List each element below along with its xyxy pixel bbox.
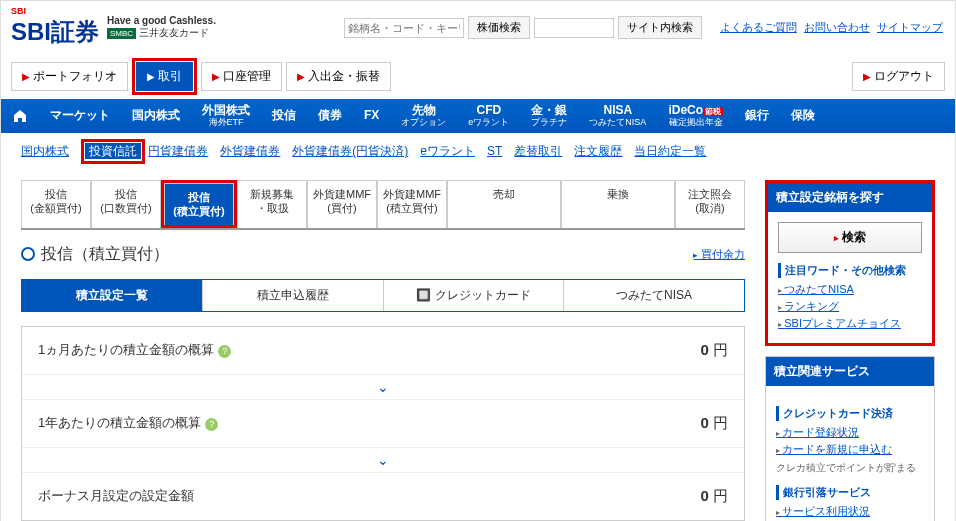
subnav-当日約定一覧[interactable]: 当日約定一覧 <box>634 144 706 158</box>
home-nav[interactable] <box>1 99 39 133</box>
side-link-premium[interactable]: SBIプレミアムチョイス <box>778 316 922 331</box>
product-tabs: 投信(金額買付)投信(口数買付)投信(積立買付)新規募集・取扱外貨建MMF(買付… <box>21 180 745 230</box>
site-search-button[interactable]: サイト内検索 <box>618 16 702 39</box>
portfolio-button[interactable]: ▶ポートフォリオ <box>11 62 128 91</box>
sub-nav: 国内株式投資信託 円貨建債券外貨建債券外貨建債券(円貨決済)eワラントST差替取… <box>1 133 955 170</box>
subnav-投資信託[interactable]: 投資信託 <box>85 143 141 159</box>
inner-tab-積立申込履歴[interactable]: 積立申込履歴 <box>203 280 384 311</box>
nav-保険[interactable]: 保険 <box>780 99 826 133</box>
top-links: よくあるご質問 お問い合わせ サイトマップ <box>718 20 945 35</box>
logout-button[interactable]: ▶ログアウト <box>852 62 945 91</box>
arrow-icon: ▶ <box>147 71 155 82</box>
inner-tab-クレジットカード[interactable]: 🔲 クレジットカード <box>384 280 565 311</box>
home-icon <box>12 108 28 124</box>
bonus-label: ボーナス月設定の設定金額 <box>38 487 700 505</box>
sitemap-link[interactable]: サイトマップ <box>877 21 943 33</box>
stock-search-button[interactable]: 株価検索 <box>468 16 530 39</box>
inner-tab-つみたてNISA[interactable]: つみたてNISA <box>564 280 744 311</box>
monthly-label: 1ヵ月あたりの積立金額の概算 <box>38 342 214 357</box>
side-link-nisa[interactable]: つみたてNISA <box>778 282 922 297</box>
summary-box: 1ヵ月あたりの積立金額の概算? 0 円 ⌄ 1年あたりの積立金額の概算? 0 円… <box>21 326 745 521</box>
arrow-icon: ▶ <box>22 71 30 82</box>
site-search-input[interactable] <box>534 18 614 38</box>
tab-乗換[interactable]: 乗換 <box>561 180 675 228</box>
inner-tabs: 積立設定一覧積立申込履歴🔲 クレジットカードつみたてNISA <box>21 279 745 312</box>
trade-button[interactable]: ▶取引 <box>136 62 193 91</box>
logo-small: SBI <box>11 7 99 16</box>
side-service-head: 積立関連サービス <box>766 357 934 386</box>
nav-FX[interactable]: FX <box>353 99 390 133</box>
nav-NISA[interactable]: NISAつみたてNISA <box>578 99 657 133</box>
subnav-外貨建債券[interactable]: 外貨建債券 <box>220 144 280 158</box>
tab-売却[interactable]: 売却 <box>447 180 561 228</box>
service-status-link[interactable]: サービス利用状況 <box>776 504 924 519</box>
help-icon[interactable]: ? <box>205 418 218 431</box>
side-search-button[interactable]: 検索 <box>778 222 922 253</box>
logo[interactable]: SBISBI証券 Have a good Cashless. SMBC 三井友友… <box>11 7 216 48</box>
main-nav: マーケット国内株式外国株式海外ETF投信債券FX先物オプションCFDeワラント金… <box>1 99 955 133</box>
yearly-label: 1年あたりの積立金額の概算 <box>38 415 201 430</box>
subnav-差替取引[interactable]: 差替取引 <box>514 144 562 158</box>
stock-search-input[interactable] <box>344 18 464 38</box>
card-status-link[interactable]: カード登録状況 <box>776 425 924 440</box>
contact-link[interactable]: お問い合わせ <box>804 21 870 33</box>
yearly-value: 0 <box>700 414 708 431</box>
nav-国内株式[interactable]: 国内株式 <box>121 99 191 133</box>
nav-マーケット[interactable]: マーケット <box>39 99 121 133</box>
tab-注文照会(取消)[interactable]: 注文照会(取消) <box>675 180 745 228</box>
inner-tab-積立設定一覧[interactable]: 積立設定一覧 <box>22 280 203 311</box>
chevron-down-icon[interactable]: ⌄ <box>377 379 389 395</box>
faq-link[interactable]: よくあるご質問 <box>720 21 797 33</box>
help-icon[interactable]: ? <box>218 345 231 358</box>
tab-新規募集・取扱[interactable]: 新規募集・取扱 <box>237 180 307 228</box>
tab-投信(積立買付)[interactable]: 投信(積立買付) <box>164 183 234 225</box>
nav-銀行[interactable]: 銀行 <box>734 99 780 133</box>
subnav-eワラント[interactable]: eワラント <box>420 144 475 158</box>
side-search-head: 積立設定銘柄を探す <box>768 183 932 212</box>
nav-iDeCo[interactable]: iDeCo節税確定拠出年金 <box>657 99 734 133</box>
deposit-button[interactable]: ▶入出金・振替 <box>286 62 391 91</box>
credit-note: クレカ積立でポイントが貯まる <box>776 461 924 475</box>
credit-card-subhead: クレジットカード決済 <box>776 406 924 421</box>
bonus-value: 0 <box>700 487 708 504</box>
side-link-ranking[interactable]: ランキング <box>778 299 922 314</box>
smbc-badge: SMBC <box>107 28 136 39</box>
logo-main: SBI証券 <box>11 18 99 45</box>
arrow-icon: ▶ <box>212 71 220 82</box>
subnav-円貨建債券[interactable]: 円貨建債券 <box>148 144 208 158</box>
subnav-国内株式[interactable]: 国内株式 <box>21 144 69 158</box>
subnav-ST[interactable]: ST <box>487 144 502 158</box>
arrow-icon: ▶ <box>863 71 871 82</box>
subnav-外貨建債券(円貨決済)[interactable]: 外貨建債券(円貨決済) <box>292 144 408 158</box>
nav-CFD[interactable]: CFDeワラント <box>457 99 520 133</box>
subnav-注文履歴[interactable]: 注文履歴 <box>574 144 622 158</box>
buying-power-link[interactable]: 買付余力 <box>693 247 745 262</box>
account-button[interactable]: ▶口座管理 <box>201 62 282 91</box>
nav-投信[interactable]: 投信 <box>261 99 307 133</box>
title-icon <box>21 247 35 261</box>
nav-債券[interactable]: 債券 <box>307 99 353 133</box>
tab-投信(口数買付)[interactable]: 投信(口数買付) <box>91 180 161 228</box>
tab-外貨建MMF(買付)[interactable]: 外貨建MMF(買付) <box>307 180 377 228</box>
side-search-box: 積立設定銘柄を探す 検索 注目ワード・その他検索 つみたてNISA ランキング … <box>765 180 935 346</box>
card-apply-link[interactable]: カードを新規に申込む <box>776 442 924 457</box>
arrow-icon: ▶ <box>297 71 305 82</box>
smbc-text: 三井友友カード <box>139 27 209 38</box>
monthly-value: 0 <box>700 341 708 358</box>
tab-投信(金額買付)[interactable]: 投信(金額買付) <box>21 180 91 228</box>
side-service-box: 積立関連サービス クレジットカード決済 カード登録状況 カードを新規に申込む ク… <box>765 356 935 521</box>
chevron-down-icon[interactable]: ⌄ <box>377 452 389 468</box>
tab-外貨建MMF(積立買付)[interactable]: 外貨建MMF(積立買付) <box>377 180 447 228</box>
nav-金・銀[interactable]: 金・銀プラチナ <box>520 99 578 133</box>
nav-先物[interactable]: 先物オプション <box>390 99 457 133</box>
bank-debit-subhead: 銀行引落サービス <box>776 485 924 500</box>
cashless-tagline: Have a good Cashless. <box>107 15 216 26</box>
nav-外国株式[interactable]: 外国株式海外ETF <box>191 99 261 133</box>
page-title: 投信（積立買付） <box>41 244 169 265</box>
side-search-subhead: 注目ワード・その他検索 <box>778 263 922 278</box>
